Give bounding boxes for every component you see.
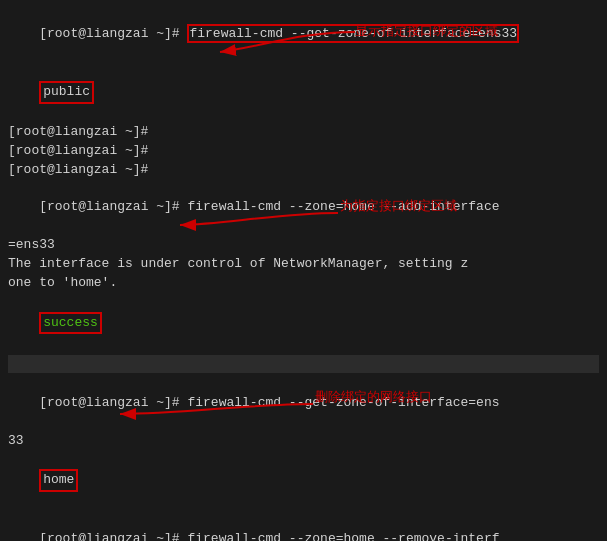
command-box: firewall-cmd --get-zone-of-interface=ens… <box>187 24 519 43</box>
terminal-line: home <box>8 451 599 512</box>
terminal-line: public <box>8 63 599 124</box>
terminal-line <box>8 355 599 373</box>
terminal: [root@liangzai ~]# firewall-cmd --get-zo… <box>0 0 607 541</box>
prompt: [root@liangzai ~]# <box>39 26 187 41</box>
terminal-line: The interface is under control of Networ… <box>8 255 599 274</box>
prompt: [root@liangzai ~]# <box>39 395 187 410</box>
output-home: home <box>39 469 78 492</box>
prompt: [root@liangzai ~]# <box>39 199 187 214</box>
output-success-1: success <box>39 312 102 335</box>
prompt: [root@liangzai ~]# <box>39 531 187 541</box>
terminal-line: [root@liangzai ~]# firewall-cmd --get-zo… <box>8 6 599 63</box>
command-text: firewall-cmd --zone=home --remove-interf <box>187 531 499 541</box>
terminal-line: [root@liangzai ~]# firewall-cmd --get-zo… <box>8 375 599 432</box>
command-text: firewall-cmd --get-zone-of-interface=ens <box>187 395 499 410</box>
terminal-line: success <box>8 293 599 354</box>
terminal-line: [root@liangzai ~]# firewall-cmd --zone=h… <box>8 180 599 237</box>
output-public-1: public <box>39 81 94 104</box>
terminal-line: [root@liangzai ~]# <box>8 123 599 142</box>
terminal-line: [root@liangzai ~]# firewall-cmd --zone=h… <box>8 511 599 541</box>
terminal-line: [root@liangzai ~]# <box>8 142 599 161</box>
terminal-line: one to 'home'. <box>8 274 599 293</box>
terminal-line: =ens33 <box>8 236 599 255</box>
command-cont: =ens33 <box>8 237 55 252</box>
terminal-line: [root@liangzai ~]# <box>8 161 599 180</box>
command-text: firewall-cmd --zone=home --add-interface <box>187 199 499 214</box>
terminal-line: 33 <box>8 432 599 451</box>
